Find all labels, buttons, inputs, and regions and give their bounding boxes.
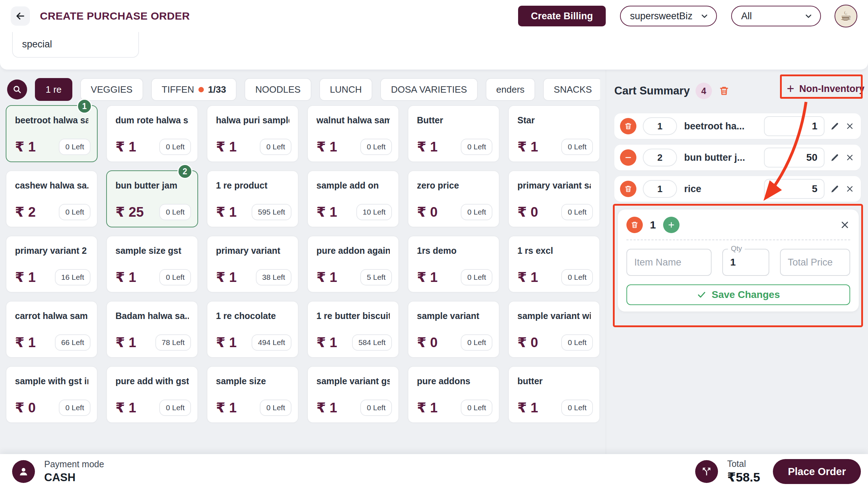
- search-button[interactable]: [7, 79, 27, 99]
- product-card[interactable]: zero price ₹ 0 0 Left: [408, 170, 500, 227]
- remove-item-button[interactable]: [620, 181, 636, 197]
- product-card[interactable]: primary variant ₹ 1 38 Left: [207, 236, 299, 293]
- qty-input[interactable]: [723, 249, 769, 275]
- product-price: ₹ 1: [216, 204, 237, 220]
- cart-item-qty[interactable]: 2: [643, 149, 677, 166]
- remove-item-button[interactable]: [620, 149, 636, 166]
- category-tab[interactable]: LUNCH: [319, 78, 373, 101]
- save-changes-button[interactable]: Save Changes: [626, 284, 850, 305]
- product-card[interactable]: 1 re chocolate ₹ 1 494 Left: [207, 301, 299, 358]
- product-card[interactable]: sample size ₹ 1 0 Left: [207, 366, 299, 423]
- cart-item-qty[interactable]: 1: [643, 117, 677, 135]
- delete-item-button[interactable]: [845, 184, 854, 194]
- delete-item-button[interactable]: [845, 153, 854, 162]
- split-payment-button[interactable]: [695, 460, 718, 483]
- product-price: ₹ 0: [15, 400, 36, 416]
- product-card[interactable]: sample size gst ₹ 1 0 Left: [106, 236, 198, 293]
- product-card[interactable]: Butter ₹ 1 0 Left: [408, 105, 500, 162]
- cart-item-price[interactable]: 5: [764, 179, 825, 199]
- product-card[interactable]: Star ₹ 1 0 Left: [508, 105, 600, 162]
- cart-item-row: 1 rice 5: [614, 176, 861, 202]
- total-price-field-wrap: [780, 249, 850, 276]
- edit-item-button[interactable]: [830, 122, 839, 131]
- non-inventory-button[interactable]: + Non-Inventory: [787, 81, 864, 97]
- category-tab[interactable]: SNACKS: [543, 78, 600, 101]
- product-card[interactable]: sample variant wi... ₹ 0 0 Left: [508, 301, 600, 358]
- editor-remove-button[interactable]: [626, 217, 643, 233]
- total-price-input[interactable]: [781, 249, 849, 275]
- payment-user-button[interactable]: [12, 460, 35, 483]
- business-select[interactable]: supersweetBiz: [620, 6, 717, 26]
- clear-cart-button[interactable]: [718, 85, 730, 97]
- product-card[interactable]: butter ₹ 1 0 Left: [508, 366, 600, 423]
- item-name-input[interactable]: [627, 249, 711, 275]
- remove-item-button[interactable]: [620, 118, 636, 134]
- stock-badge: 0 Left: [159, 139, 191, 155]
- product-price-row: ₹ 1 0 Left: [115, 269, 191, 285]
- product-card[interactable]: pure addons ₹ 1 0 Left: [408, 366, 500, 423]
- product-card[interactable]: cashew halwa sa... ₹ 2 0 Left: [6, 170, 98, 227]
- product-card[interactable]: sample add on ₹ 1 10 Left: [307, 170, 399, 227]
- product-price-row: ₹ 1 0 Left: [517, 269, 593, 285]
- product-name: halwa puri sample: [216, 115, 289, 125]
- edit-item-button[interactable]: [830, 184, 839, 194]
- app-header: CREATE PURCHASE ORDER Create Billing sup…: [0, 0, 868, 32]
- profile-avatar[interactable]: ☕: [835, 5, 857, 27]
- product-card[interactable]: sample variant gs... ₹ 1 0 Left: [307, 366, 399, 423]
- place-order-button[interactable]: Place Order: [773, 459, 861, 484]
- product-name: primary variant 2: [15, 246, 88, 256]
- category-tab[interactable]: DOSA VARIETIES: [380, 78, 477, 101]
- category-tab[interactable]: NOODLES: [244, 78, 311, 101]
- category-tab[interactable]: VEGGIES: [80, 78, 143, 101]
- back-button[interactable]: [11, 6, 30, 26]
- product-card[interactable]: sample variant ₹ 0 0 Left: [408, 301, 500, 358]
- product-name: pure add with gst: [115, 376, 189, 386]
- product-card[interactable]: Badam halwa sa... ₹ 1 78 Left: [106, 301, 198, 358]
- product-price: ₹ 0: [517, 204, 538, 220]
- product-card[interactable]: 1 re butter biscuit ₹ 1 584 Left: [307, 301, 399, 358]
- cart-item-price[interactable]: 50: [764, 148, 825, 168]
- product-card[interactable]: 1 rs excl ₹ 1 0 Left: [508, 236, 600, 293]
- cart-item-qty[interactable]: 1: [643, 180, 677, 198]
- product-price: ₹ 1: [316, 204, 337, 220]
- product-card[interactable]: 1rs demo ₹ 1 0 Left: [408, 236, 500, 293]
- filter-select[interactable]: All: [731, 6, 821, 26]
- product-card[interactable]: walnut halwa sam... ₹ 1 0 Left: [307, 105, 399, 162]
- cart-item-name: beetroot ha...: [684, 121, 764, 132]
- product-card[interactable]: sample with gst inc ₹ 0 0 Left: [6, 366, 98, 423]
- payment-mode-label: Payment mode: [44, 459, 104, 469]
- product-name: sample variant wi...: [517, 311, 591, 321]
- product-card[interactable]: 2 bun butter jam ₹ 25 0 Left: [106, 170, 198, 227]
- category-tab[interactable]: enders: [486, 78, 536, 101]
- product-card[interactable]: pure add with gst ₹ 1 0 Left: [106, 366, 198, 423]
- edit-item-button[interactable]: [830, 153, 839, 162]
- save-changes-label: Save Changes: [712, 289, 780, 300]
- delete-item-button[interactable]: [845, 122, 854, 131]
- product-name: 1 re chocolate: [216, 311, 289, 321]
- create-billing-button[interactable]: Create Billing: [518, 6, 606, 26]
- product-card[interactable]: pure addon again ₹ 1 5 Left: [307, 236, 399, 293]
- stock-badge: 595 Left: [252, 204, 291, 220]
- product-price: ₹ 0: [417, 335, 438, 350]
- category-tab[interactable]: 1 re: [35, 78, 72, 101]
- product-card[interactable]: primary variant 2 ₹ 1 16 Left: [6, 236, 98, 293]
- product-card[interactable]: carrot halwa sam... ₹ 1 66 Left: [6, 301, 98, 358]
- stock-badge: 5 Left: [360, 269, 392, 285]
- product-card[interactable]: dum rote halwa s... ₹ 1 0 Left: [106, 105, 198, 162]
- product-name: pure addon again: [316, 246, 390, 256]
- product-price-row: ₹ 1 0 Left: [517, 139, 593, 155]
- cart-items-list: 1 beetroot ha... 1 2 bun butter j... 50 …: [614, 113, 861, 202]
- minus-icon: [624, 153, 632, 162]
- cart-item-price[interactable]: 1: [764, 116, 825, 136]
- product-name: zero price: [417, 180, 490, 191]
- stock-badge: 0 Left: [360, 139, 392, 155]
- product-card[interactable]: 1 beetroot halwa sa... ₹ 1 0 Left: [6, 105, 98, 162]
- product-card[interactable]: halwa puri sample ₹ 1 0 Left: [207, 105, 299, 162]
- category-tab[interactable]: TIFFEN 1/33: [151, 78, 237, 101]
- editor-increase-button[interactable]: [663, 217, 680, 233]
- product-card[interactable]: 1 re product ₹ 1 595 Left: [207, 170, 299, 227]
- product-card[interactable]: primary variant sa... ₹ 0 0 Left: [508, 170, 600, 227]
- product-name: Badam halwa sa...: [115, 311, 189, 321]
- editor-close-button[interactable]: [839, 220, 850, 230]
- qty-field-wrap: Qty: [722, 249, 769, 276]
